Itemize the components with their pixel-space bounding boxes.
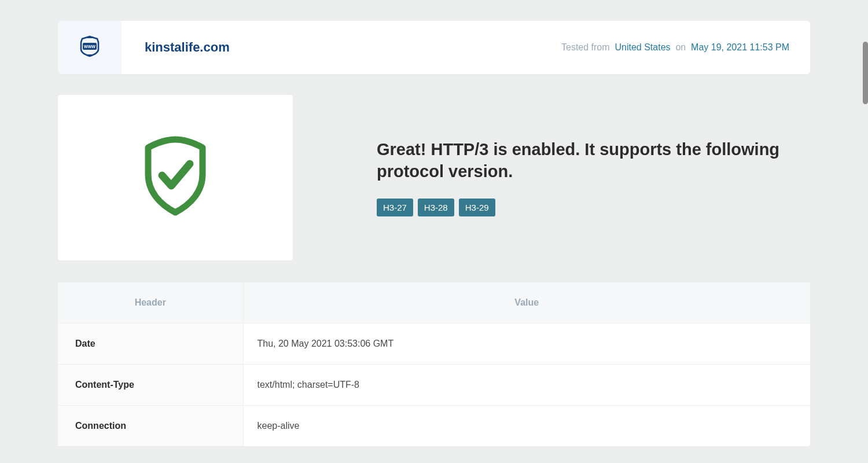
col-header: Header [58, 282, 243, 324]
col-value: Value [243, 282, 810, 324]
tested-domain: kinstalife.com [145, 40, 230, 55]
header-name: Content-Type [58, 365, 243, 406]
tested-date: May 19, 2021 11:53 PM [691, 42, 789, 52]
www-badge-icon: WWW [78, 35, 101, 60]
header-card: WWW kinstalife.com Tested from United St… [58, 21, 810, 74]
result-row: Great! HTTP/3 is enabled. It supports th… [58, 95, 810, 260]
protocol-badges: H3-27 H3-28 H3-29 [377, 199, 810, 216]
on-label: on [675, 42, 686, 52]
header-value: Thu, 20 May 2021 03:53:06 GMT [243, 324, 810, 365]
headers-table-card: Header Value Date Thu, 20 May 2021 03:53… [58, 282, 810, 446]
header-value: text/html; charset=UTF-8 [243, 365, 810, 406]
svg-text:WWW: WWW [84, 45, 95, 49]
tested-from-label: Tested from [561, 42, 610, 52]
page-container: WWW kinstalife.com Tested from United St… [58, 0, 810, 446]
table-row: Content-Type text/html; charset=UTF-8 [58, 365, 810, 406]
www-icon-box: WWW [58, 21, 122, 74]
shield-card [58, 95, 293, 260]
scrollbar-thumb[interactable] [863, 42, 868, 104]
headers-table: Header Value Date Thu, 20 May 2021 03:53… [58, 282, 810, 446]
header-name: Connection [58, 406, 243, 447]
tested-info: Tested from United States on May 19, 202… [561, 42, 789, 53]
table-row: Connection keep-alive [58, 406, 810, 447]
header-value: keep-alive [243, 406, 810, 447]
result-text-block: Great! HTTP/3 is enabled. It supports th… [377, 139, 810, 216]
protocol-badge: H3-27 [377, 199, 413, 216]
tested-location: United States [615, 42, 670, 52]
header-name: Date [58, 324, 243, 365]
protocol-badge: H3-29 [459, 199, 495, 216]
table-row: Date Thu, 20 May 2021 03:53:06 GMT [58, 324, 810, 365]
result-title: Great! HTTP/3 is enabled. It supports th… [377, 139, 810, 182]
shield-check-icon [138, 136, 213, 219]
protocol-badge: H3-28 [418, 199, 454, 216]
